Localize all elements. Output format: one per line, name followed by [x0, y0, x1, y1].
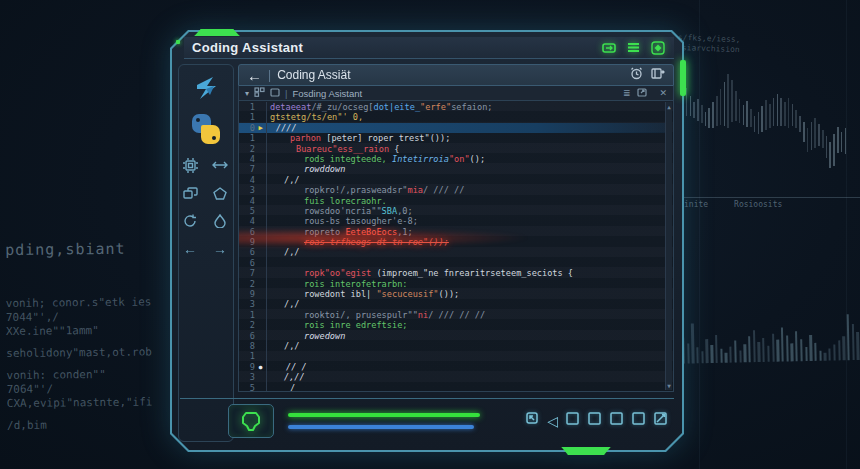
code-text: rowedown [270, 331, 345, 341]
list-icon[interactable]: ≣ [623, 88, 631, 98]
chevron-down-icon[interactable]: ▾ [245, 89, 249, 98]
open-external-icon[interactable] [637, 88, 652, 99]
line-number[interactable]: 1 [239, 133, 255, 143]
gutter [255, 206, 267, 216]
line-number[interactable]: 5 [239, 383, 255, 392]
gutter [255, 310, 267, 320]
titlebar[interactable]: Coding Assistant [184, 37, 674, 59]
line-number[interactable]: 6 [239, 331, 255, 341]
prev-icon[interactable]: ◁ [547, 413, 558, 429]
line-number[interactable]: 3 [239, 299, 255, 309]
line-number[interactable]: 2 [239, 279, 255, 289]
candle [716, 96, 718, 126]
code-text: Buareuc"ess__raion { [270, 144, 400, 154]
line-number[interactable]: 3 [239, 372, 255, 382]
droplet-icon[interactable] [211, 213, 229, 229]
panel-slot-icon[interactable] [565, 411, 580, 430]
line-number[interactable]: 1 [239, 102, 255, 112]
line-number[interactable]: 1 [239, 351, 255, 361]
candle [750, 109, 752, 127]
layout-icon[interactable] [643, 67, 665, 83]
code-text: rous-bs tasougher'e-8; [270, 216, 418, 226]
back-button[interactable]: ← [247, 67, 262, 84]
line-number[interactable]: 2 [239, 144, 255, 154]
line-number[interactable]: 9 [239, 362, 255, 372]
editor-scrollbar[interactable]: ▲ ▼ [665, 102, 672, 390]
code-editor[interactable]: 1detaeeat/#_zu/ocseg[dot|eite_"erfe"sefa… [238, 101, 674, 392]
bar [687, 344, 690, 364]
line-number[interactable]: 1 [239, 112, 255, 122]
background-chart-axis [678, 197, 860, 198]
candle [727, 74, 729, 128]
code-text: ropk"oo"egist (improem_"ne fnrearitrsete… [270, 268, 573, 278]
panel-slot-icon[interactable] [609, 411, 624, 430]
candle [743, 105, 745, 125]
code-text: rowedont ibl| "secuceusif"()); [270, 289, 459, 299]
line-number[interactable]: 2 [239, 320, 255, 330]
candle [701, 105, 703, 123]
line-number[interactable]: 7 [239, 268, 255, 278]
line-number[interactable]: 9 [239, 237, 255, 247]
nav-right-icon[interactable]: → [211, 241, 229, 257]
code-line: 6 [239, 258, 665, 268]
copy-icon[interactable] [181, 185, 199, 201]
export-icon[interactable] [525, 411, 540, 430]
gutter [255, 196, 267, 206]
background-top-right-text: ces/fks,e/iess, siarvchision [668, 33, 859, 60]
line-number[interactable]: 4 [239, 216, 255, 226]
panel-slot-icon[interactable] [587, 411, 602, 430]
tab-strip: ▾ | Fosding Asistant ≣ ✕ [238, 86, 674, 101]
frame-notch-bottom [558, 447, 614, 455]
candle [735, 91, 737, 121]
bar [833, 344, 836, 360]
candle [829, 142, 831, 168]
scroll-down-icon[interactable]: ▼ [666, 382, 672, 389]
window-copy-icon[interactable] [601, 41, 618, 55]
assistant-logo-icon[interactable] [191, 73, 221, 103]
panel-slot-icon[interactable] [631, 411, 646, 430]
code-text: rooktoi/, prusespulr""ni/ /// // // [270, 310, 485, 320]
code-line: 1gtstetg/ts/en"' 0, [239, 112, 665, 122]
frame-icon[interactable] [270, 88, 285, 99]
close-icon[interactable]: ✕ [659, 88, 667, 98]
scroll-up-icon[interactable]: ▲ [666, 103, 672, 110]
bar [729, 347, 732, 363]
background-code-text: pding,sbiant vonih; conor.s"etk ies7044"… [5, 213, 197, 447]
line-number[interactable]: 7 [239, 164, 255, 174]
gutter [255, 299, 267, 309]
pentagon-icon[interactable] [211, 185, 229, 201]
diamond-icon[interactable] [649, 41, 666, 55]
play-marker-icon[interactable]: ▶ [255, 123, 267, 133]
line-number[interactable]: 6 [239, 247, 255, 257]
line-number[interactable]: 4 [239, 154, 255, 164]
nav-left-icon[interactable]: ← [181, 241, 199, 257]
line-number[interactable]: 9 [239, 289, 255, 299]
line-number[interactable]: 0 [239, 123, 255, 133]
tab-label[interactable]: Fosding Asistant [292, 88, 362, 99]
refresh-icon[interactable] [181, 213, 199, 229]
h-arrow-icon[interactable] [211, 157, 229, 173]
code-line: 6ropreto EeteBoEocs,1; [239, 227, 665, 237]
chip-icon[interactable] [181, 157, 199, 173]
progress-bar-green [288, 413, 480, 417]
line-number[interactable]: 6 [239, 227, 255, 237]
candle [693, 102, 695, 118]
menu-icon[interactable] [625, 41, 642, 55]
candle [777, 94, 779, 126]
line-number[interactable]: 4 [239, 196, 255, 206]
edit-icon[interactable] [653, 411, 668, 430]
line-number[interactable]: 8 [239, 341, 255, 351]
code-text: ropreto EeteBoEocs,1; [270, 227, 413, 237]
line-number[interactable]: 6 [239, 258, 255, 268]
branch-icon[interactable] [254, 87, 270, 99]
line-number[interactable]: 3 [239, 185, 255, 195]
assistant-action-button[interactable] [228, 404, 274, 438]
dot-marker-icon[interactable]: ● [255, 362, 267, 372]
alarm-icon[interactable] [622, 67, 643, 83]
line-number[interactable]: 1 [239, 310, 255, 320]
line-number[interactable]: 5 [239, 206, 255, 216]
bar [767, 346, 770, 362]
line-number[interactable]: 4 [239, 175, 255, 185]
gutter [255, 112, 267, 122]
python-icon[interactable] [190, 113, 222, 145]
